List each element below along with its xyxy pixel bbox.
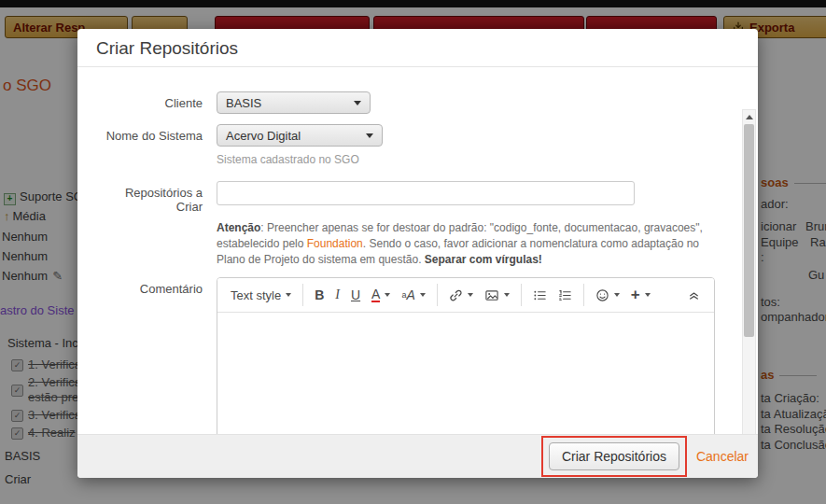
double-chevron-up-icon [687, 288, 701, 302]
bullet-list-button[interactable] [527, 285, 553, 306]
text-color-glyph: A [371, 287, 380, 302]
text-style-dropdown[interactable]: Text style [225, 285, 297, 306]
cliente-select[interactable]: BASIS [217, 91, 371, 114]
comentario-editor-area[interactable] [217, 313, 714, 434]
toolbar-separator [583, 284, 584, 306]
plus-icon: + [631, 288, 640, 301]
chevron-down-icon [354, 101, 361, 105]
repositorios-warning-text: Atenção: Preencher apenas se for destoar… [217, 220, 721, 268]
repositorios-input[interactable] [217, 181, 635, 205]
modal-body: Cliente BASIS Nome do Sistema Acervo Dig… [77, 67, 758, 434]
text-color-button[interactable]: A [366, 284, 396, 306]
criar-repositorios-button[interactable]: Criar Repositórios [549, 442, 679, 470]
bold-button[interactable]: B [309, 284, 329, 306]
repositorios-label: Repositórios a Criar [96, 181, 203, 214]
font-size-button[interactable]: aA [396, 284, 430, 306]
repositorios-field-row: Repositórios a Criar [96, 181, 715, 214]
font-size-large-glyph: A [406, 287, 414, 302]
underline-button[interactable]: U [345, 284, 366, 306]
link-icon [449, 288, 463, 302]
chevron-down-icon [286, 293, 291, 297]
screen: Alterar Resp Exporta o SGO +Suporte SG ↑… [0, 0, 826, 504]
modal-title: Criar Repositórios [77, 29, 758, 67]
numbered-list-button[interactable] [553, 285, 578, 306]
italic-button[interactable]: I [329, 284, 345, 306]
chevron-down-icon [468, 293, 473, 297]
chevron-down-icon [420, 293, 426, 297]
toolbar-separator [437, 284, 438, 306]
sistema-field-row: Nome do Sistema Acervo Digital [96, 124, 715, 147]
warning-bold-suffix: Separar com vírgulas! [425, 253, 542, 266]
emoji-button[interactable] [590, 285, 625, 306]
comentario-field-row: Comentário Text style B I U A [96, 277, 715, 434]
bullet-list-icon [533, 288, 547, 302]
insert-image-button[interactable] [479, 285, 515, 306]
cancelar-link[interactable]: Cancelar [696, 449, 749, 464]
insert-more-button[interactable]: + [625, 285, 656, 305]
chevron-down-icon [504, 293, 510, 297]
warning-bold-prefix: Atenção [217, 221, 260, 234]
toolbar-separator [302, 284, 303, 306]
sistema-label: Nome do Sistema [96, 124, 203, 147]
comentario-label: Comentário [96, 277, 203, 434]
cliente-selected-value: BASIS [226, 96, 261, 110]
editor-toolbar: Text style B I U A aA [217, 278, 714, 313]
modal-scrollbar [742, 109, 756, 434]
scrollbar-thumb[interactable] [744, 124, 754, 337]
foundation-link[interactable]: Foundation [307, 237, 363, 250]
cliente-field-row: Cliente BASIS [96, 91, 715, 114]
click-highlight-annotation: Criar Repositórios [541, 436, 687, 477]
chevron-down-icon [645, 293, 651, 297]
toolbar-separator [521, 284, 522, 306]
chevron-down-icon [614, 293, 620, 297]
emoji-icon [595, 288, 609, 302]
insert-link-button[interactable] [443, 285, 479, 306]
text-style-label: Text style [231, 288, 281, 302]
cliente-label: Cliente [96, 91, 203, 114]
scrollbar-up-arrow[interactable] [743, 110, 755, 123]
criar-repositorios-modal: Criar Repositórios Cliente BASIS Nome do… [77, 29, 758, 478]
collapse-toolbar-button[interactable] [681, 285, 707, 306]
numbered-list-icon [558, 288, 572, 302]
chevron-down-icon [366, 133, 373, 138]
modal-footer: Criar Repositórios Cancelar [77, 434, 758, 478]
image-icon [484, 288, 499, 302]
chevron-down-icon [385, 293, 390, 297]
rich-text-editor: Text style B I U A aA [217, 277, 715, 434]
sistema-help-text: Sistema cadastrado no SGO [217, 153, 715, 166]
sistema-selected-value: Acervo Digital [226, 129, 301, 143]
sistema-select[interactable]: Acervo Digital [217, 124, 383, 147]
